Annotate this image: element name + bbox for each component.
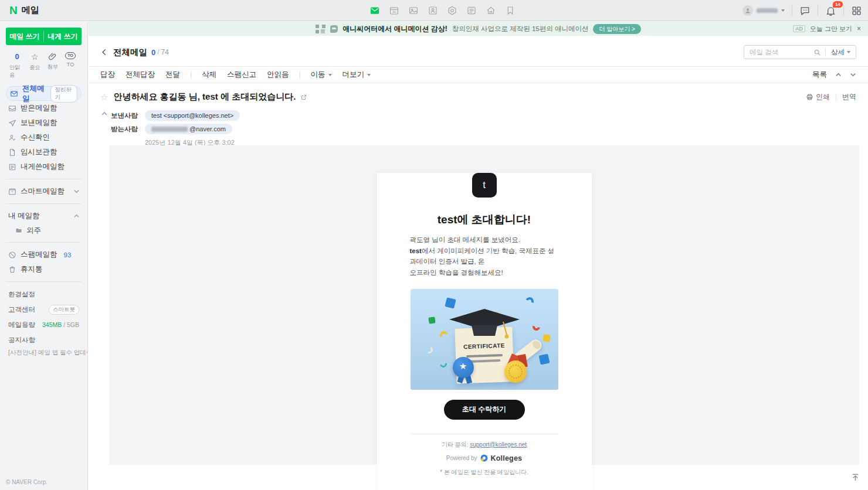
folder-read-receipt[interactable]: 수신확인 [6, 130, 82, 145]
prev-mail-button[interactable] [835, 72, 842, 78]
divider [6, 281, 82, 282]
folder-drafts[interactable]: 임시보관함 [6, 145, 82, 159]
mail-meta: 보낸사람 test <support@kolleges.net> 받는사람 @n… [89, 105, 868, 147]
folder-spam[interactable]: 스팸메일함 93 [0, 247, 87, 262]
report-spam-button[interactable]: 스팸신고 [227, 70, 256, 80]
folder-list: 전체메일 정리하기 받은메일함 보낸메일함 수신확인 임시보관함 내게쓴메 [0, 85, 87, 174]
naver-mail-app: N 메일 31 [0, 0, 868, 490]
filter-to-me[interactable]: TO TO [63, 52, 78, 79]
next-mail-button[interactable] [850, 72, 856, 78]
ribbon-badge: ★ [453, 357, 474, 378]
recipient-chip[interactable]: @naver.com [145, 124, 232, 134]
back-button[interactable] [100, 48, 108, 56]
user-account-menu[interactable] [742, 5, 785, 16]
works-icon[interactable] [446, 4, 459, 17]
from-label: 보낸사람 [111, 111, 139, 120]
divider [836, 94, 836, 101]
sender-chip[interactable]: test <support@kolleges.net> [145, 110, 240, 121]
notification-bell-icon[interactable]: 14 [825, 5, 836, 16]
apps-grid-icon[interactable] [851, 5, 862, 16]
cafe-icon[interactable] [484, 4, 497, 17]
smart-mailbox-section[interactable]: 스마트메일함 [0, 184, 87, 199]
unread-counter: 0 [151, 48, 155, 57]
advanced-search-button[interactable]: 상세 [826, 48, 856, 57]
divider [6, 242, 82, 243]
divider [300, 72, 300, 79]
filter-important[interactable]: ☆ 중요 [27, 52, 42, 79]
divider [411, 434, 558, 434]
naver-mail-logo[interactable]: N 메일 [0, 4, 39, 17]
folder-inbox[interactable]: 받은메일함 [6, 101, 82, 115]
mail-toolbar: 답장 전체답장 전달 삭제 스팸신고 안읽음 이동 더보기 목록 [89, 66, 868, 83]
banner-subtext: 창의인재 사업으로 제작된 15편의 애니메이션 [452, 25, 589, 33]
folder-all-mail[interactable]: 전체메일 정리하기 [6, 86, 82, 101]
mail-logo-title: 메일 [22, 5, 39, 16]
talk-icon[interactable] [799, 5, 811, 16]
banner-close-icon[interactable]: × [857, 25, 861, 33]
ad-banner: 애니씨어터에서 애니메이션 감상! 창의인재 사업으로 제작된 15편의 애니메… [89, 22, 868, 36]
svg-text:31: 31 [392, 10, 396, 13]
open-in-new-icon[interactable] [300, 94, 307, 101]
inbox-icon [8, 104, 16, 113]
folder-trash[interactable]: 휴지통 [0, 262, 87, 277]
photo-icon[interactable] [407, 4, 420, 17]
accept-invitation-button[interactable]: 초대 수락하기 [444, 400, 525, 420]
unread-count: 0 [15, 52, 19, 62]
reply-all-button[interactable]: 전체답장 [126, 70, 155, 80]
mail-subject: 안녕하세요 홍길동 님, test 에 초대되었습니다. [113, 91, 296, 103]
forward-button[interactable]: 전달 [165, 70, 180, 80]
draft-icon [8, 148, 16, 156]
filter-unread[interactable]: 0 안읽음 [9, 52, 25, 79]
compose-to-me-button[interactable]: 내게 쓰기 [44, 28, 82, 45]
confetti [538, 353, 550, 365]
settings-link[interactable]: 환경설정 [0, 287, 87, 302]
quota-used: 345MB [42, 321, 62, 328]
chevron-down-icon [328, 74, 332, 76]
main-content: 애니씨어터에서 애니메이션 감상! 창의인재 사업으로 제작된 15편의 애니메… [89, 22, 868, 490]
calendar-icon[interactable]: 31 [388, 4, 401, 17]
delete-button[interactable]: 삭제 [202, 70, 216, 80]
search-icon[interactable] [813, 49, 825, 56]
top-right-controls: 14 [742, 0, 862, 21]
reply-button[interactable]: 답장 [100, 70, 115, 80]
scroll-to-top-button[interactable] [851, 473, 860, 484]
notice-link[interactable]: 공지사항 [0, 332, 87, 348]
compose-mail-button[interactable]: 메일 쓰기 [6, 28, 43, 45]
mark-unread-button[interactable]: 안읽음 [267, 70, 289, 80]
confetti [428, 317, 435, 324]
mail-icon[interactable] [368, 4, 381, 17]
collapse-header-icon[interactable] [101, 111, 107, 117]
print-button[interactable]: 인쇄 [806, 92, 830, 102]
notice-item[interactable]: [사전안내] 메일 앱 필수 업데이트 (... [0, 348, 87, 358]
total-counter: 74 [161, 48, 169, 56]
confetti [531, 321, 541, 332]
banner-learn-more-button[interactable]: 더 알아보기 > [593, 24, 640, 34]
bookmark-icon[interactable] [504, 4, 517, 17]
quick-filters: 0 안읽음 ☆ 중요 첨부 TO TO [0, 45, 87, 85]
notes-icon[interactable] [465, 4, 478, 17]
smartbot-button[interactable]: 스마트봇 [49, 305, 79, 315]
confetti [438, 359, 447, 368]
move-dropdown[interactable]: 이동 [311, 70, 332, 80]
more-dropdown[interactable]: 더보기 [343, 70, 371, 80]
my-mailbox-section[interactable]: 내 메일함 [0, 209, 87, 223]
list-view-button[interactable]: 목록 [812, 70, 827, 80]
contacts-icon[interactable] [426, 4, 439, 17]
contact-email-link[interactable]: support@kolleges.net [470, 441, 527, 448]
compose-buttons: 메일 쓰기 내게 쓰기 [6, 28, 82, 45]
ad-badge: AD [793, 25, 805, 32]
dismiss-today-button[interactable]: 오늘 그만 보기 [810, 25, 852, 33]
translate-button[interactable]: 번역 [842, 92, 856, 102]
organize-button[interactable]: 정리하기 [50, 85, 77, 103]
search-input[interactable] [744, 49, 813, 56]
folder-sent-to-me[interactable]: 내게쓴메일함 [6, 159, 82, 174]
help-center-link[interactable]: 고객센터 스마트봇 [0, 302, 87, 317]
sidebar: 메일 쓰기 내게 쓰기 0 안읽음 ☆ 중요 첨부 TO TO [0, 22, 88, 490]
folder-sent[interactable]: 보낸메일함 [6, 115, 82, 130]
star-toggle-icon[interactable]: ☆ [100, 93, 108, 101]
gold-medal [504, 360, 527, 383]
filter-attachment[interactable]: 첨부 [45, 52, 60, 79]
folder-custom-oeju[interactable]: 외주 [0, 223, 87, 237]
page-title: 전체메일 [113, 47, 147, 58]
service-icon-strip: 31 [368, 0, 517, 21]
